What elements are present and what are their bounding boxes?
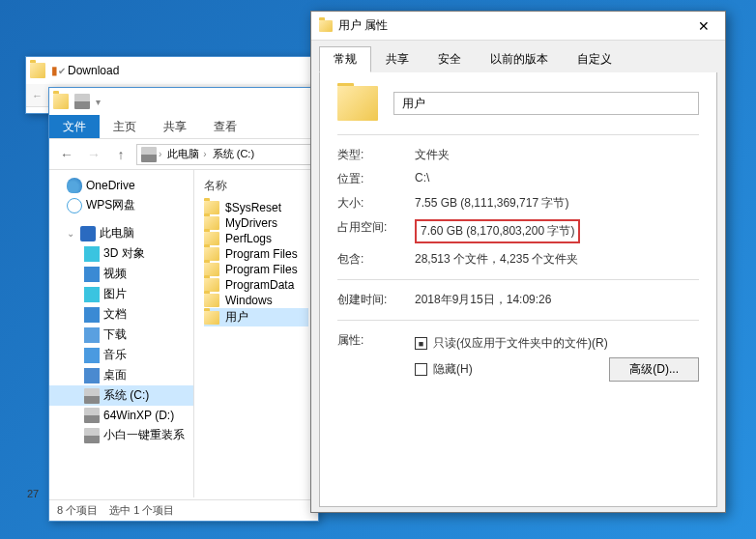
file-row[interactable]: 用户: [204, 308, 308, 326]
folder-icon: [204, 247, 219, 261]
ribbon-home-tab[interactable]: 主页: [100, 115, 150, 139]
folder-name-input[interactable]: [393, 92, 699, 115]
folder-icon: [204, 201, 219, 214]
nav-up[interactable]: ↑: [109, 143, 132, 166]
tree-downloads[interactable]: 下载: [49, 325, 193, 345]
explorer-titlebar: ▾: [49, 88, 318, 115]
tree-thispc[interactable]: ⌄此电脑: [49, 223, 193, 243]
address-bar[interactable]: › 此电脑 › 系统 (C:): [136, 144, 312, 165]
disk-icon: [84, 408, 100, 423]
tree-desktop[interactable]: 桌面: [49, 365, 193, 385]
nav-tree: OneDrive WPS网盘 ⌄此电脑 3D 对象 视频 图片 文档 下载 音乐…: [49, 170, 194, 497]
folder-large-icon: [337, 86, 378, 121]
tab-custom[interactable]: 自定义: [563, 46, 626, 72]
file-name: Program Files: [225, 247, 298, 261]
close-button[interactable]: ✕: [690, 18, 717, 34]
col-name[interactable]: 名称: [204, 176, 308, 200]
type-value: 文件夹: [415, 147, 699, 163]
ribbon-view-tab[interactable]: 查看: [200, 115, 250, 139]
attributes-label: 属性:: [337, 332, 415, 384]
address-row: ← → ↑ › 此电脑 › 系统 (C:): [49, 139, 318, 170]
music-icon: [84, 348, 100, 363]
hidden-checkbox[interactable]: [415, 363, 427, 376]
tree-onedrive[interactable]: OneDrive: [49, 176, 193, 195]
tree-music[interactable]: 音乐: [49, 345, 193, 365]
crumb-pc[interactable]: 此电脑: [165, 147, 201, 161]
readonly-checkbox[interactable]: ■: [415, 337, 427, 350]
explorer-window: ▾ 文件 主页 共享 查看 ← → ↑ › 此电脑 › 系统 (C:) OneD…: [48, 87, 319, 522]
wps-icon: [67, 198, 82, 213]
status-selected: 选中 1 个项目: [109, 503, 174, 518]
advanced-button[interactable]: 高级(D)...: [609, 357, 699, 382]
folder-icon: [204, 278, 219, 292]
bg-status: 27: [27, 488, 39, 499]
tree-sysdrive[interactable]: 系统 (C:): [49, 385, 193, 406]
created-label: 创建时间:: [337, 292, 415, 308]
onedrive-icon: [67, 178, 82, 193]
nav-back-icon[interactable]: ←: [32, 90, 43, 101]
tab-previous[interactable]: 以前的版本: [476, 46, 563, 72]
status-count: 8 个项目: [57, 503, 98, 518]
download-icon: [84, 327, 100, 343]
file-row[interactable]: Program Files: [204, 262, 308, 277]
tab-share[interactable]: 共享: [371, 46, 423, 72]
file-name: Program Files: [225, 263, 298, 276]
file-name: Windows: [225, 294, 273, 307]
drive-icon: [74, 94, 90, 109]
download-title: Download: [68, 64, 119, 77]
desktop-icon: [84, 368, 100, 383]
contains-value: 28,513 个文件，4,235 个文件夹: [415, 251, 699, 268]
file-row[interactable]: $SysReset: [204, 200, 308, 215]
file-row[interactable]: Program Files: [204, 246, 308, 262]
ribbon: 文件 主页 共享 查看: [49, 115, 318, 139]
download-titlebar: ▮ ✔ Download: [26, 57, 314, 84]
properties-tabs: 常规 共享 安全 以前的版本 自定义: [311, 41, 725, 72]
file-row[interactable]: ProgramData: [204, 277, 308, 293]
location-value: C:\: [415, 171, 699, 187]
tree-winxp[interactable]: 64WinXP (D:): [49, 406, 193, 425]
readonly-label: 只读(仅应用于文件夹中的文件)(R): [433, 335, 608, 352]
file-name: 用户: [225, 309, 248, 326]
properties-body: 类型:文件夹 位置:C:\ 大小:7.55 GB (8,111,369,717 …: [319, 72, 717, 507]
file-row[interactable]: PerfLogs: [204, 231, 308, 246]
drive-icon: [141, 147, 157, 162]
file-list: 名称 $SysResetMyDriversPerfLogsProgram Fil…: [194, 170, 318, 497]
folder-icon: [204, 216, 219, 230]
type-label: 类型:: [337, 147, 415, 163]
file-row[interactable]: MyDrivers: [204, 215, 308, 231]
tree-3d[interactable]: 3D 对象: [49, 243, 193, 264]
check-icon: ✔: [58, 66, 66, 76]
video-icon: [84, 267, 100, 282]
tree-wps[interactable]: WPS网盘: [49, 195, 193, 215]
folder-icon: [204, 232, 219, 245]
created-value: 2018年9月15日，14:09:26: [415, 292, 699, 308]
sizeondisk-label: 占用空间:: [337, 219, 415, 243]
tab-general[interactable]: 常规: [319, 46, 371, 72]
file-name: ProgramData: [225, 278, 294, 292]
properties-titlebar: 用户 属性 ✕: [311, 12, 725, 41]
tree-video[interactable]: 视频: [49, 264, 193, 284]
folder-icon: [53, 94, 69, 109]
folder-icon: [204, 294, 219, 307]
folder-icon: [204, 263, 219, 276]
properties-title: 用户 属性: [338, 17, 388, 34]
nav-back[interactable]: ←: [55, 143, 78, 166]
tree-xiaobai[interactable]: 小白一键重装系: [49, 425, 193, 445]
folder-icon: [30, 63, 45, 78]
tree-docs[interactable]: 文档: [49, 304, 193, 325]
file-row[interactable]: Windows: [204, 293, 308, 308]
3d-icon: [84, 246, 100, 262]
nav-fwd[interactable]: →: [82, 143, 105, 166]
ribbon-share-tab[interactable]: 共享: [150, 115, 200, 139]
disk-icon: [84, 388, 100, 404]
pictures-icon: [84, 287, 100, 302]
crumb-drive[interactable]: 系统 (C:): [211, 147, 256, 161]
tab-security[interactable]: 安全: [423, 46, 476, 72]
ribbon-file-tab[interactable]: 文件: [49, 115, 100, 138]
folder-icon: [319, 20, 333, 32]
disk-icon: [84, 428, 100, 443]
size-value: 7.55 GB (8,111,369,717 字节): [415, 195, 699, 212]
status-bar: 8 个项目 选中 1 个项目: [49, 499, 318, 521]
tree-pictures[interactable]: 图片: [49, 284, 193, 304]
sizeondisk-value: 7.60 GB (8,170,803,200 字节): [415, 219, 580, 243]
